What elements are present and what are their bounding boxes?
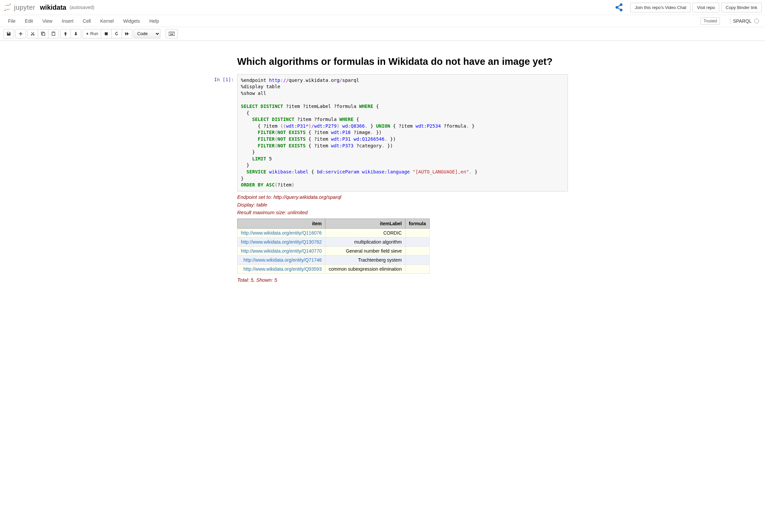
restart-run-all-button[interactable] — [122, 29, 132, 38]
run-icon — [86, 31, 89, 36]
move-down-button[interactable] — [70, 29, 81, 38]
item-link[interactable]: http://www.wikidata.org/entity/Q140770 — [241, 248, 322, 254]
table-header: item — [238, 219, 325, 228]
svg-line-6 — [617, 7, 621, 10]
svg-line-5 — [617, 5, 621, 7]
item-label-cell: Trachtenberg system — [325, 255, 406, 264]
table-row: http://www.wikidata.org/entity/Q93593com… — [238, 264, 430, 273]
jupyter-logo-text: jupyter — [14, 4, 35, 11]
menu-insert[interactable]: Insert — [57, 16, 78, 26]
keyboard-icon — [169, 31, 175, 36]
formula-cell — [405, 228, 429, 237]
table-header: formula — [405, 219, 429, 228]
menu-widgets[interactable]: Widgets — [118, 16, 145, 26]
result-table: itemitemLabelformula http://www.wikidata… — [237, 219, 430, 274]
output-status-line: Endpoint set to: http://query.wikidata.o… — [237, 194, 568, 200]
copy-icon — [41, 31, 45, 36]
notebook-name[interactable]: wikidata — [40, 4, 66, 11]
output-status-line: Result maximum size: unlimited — [237, 210, 568, 215]
jupyter-icon — [3, 3, 12, 12]
formula-cell — [405, 264, 429, 273]
item-label-cell: General number field sieve — [325, 246, 406, 255]
kernel-status-icon — [754, 19, 759, 23]
move-up-button[interactable] — [60, 29, 71, 38]
menu-kernel[interactable]: Kernel — [96, 16, 118, 26]
markdown-cell[interactable]: Which algorithms or formulas in Wikidata… — [197, 52, 568, 72]
visit-repo-button[interactable]: Visit repo — [693, 3, 719, 12]
stop-icon — [104, 31, 109, 36]
formula-cell — [405, 237, 429, 246]
menu-view[interactable]: View — [38, 16, 57, 26]
markdown-heading: Which algorithms or formulas in Wikidata… — [237, 55, 565, 68]
item-link[interactable]: http://www.wikidata.org/entity/Q93593 — [244, 266, 322, 272]
paste-icon — [51, 31, 56, 36]
table-row: http://www.wikidata.org/entity/Q130762mu… — [238, 237, 430, 246]
toolbar: Run Code — [0, 27, 765, 40]
interrupt-button[interactable] — [101, 29, 112, 38]
notebook-container: Which algorithms or formulas in Wikidata… — [192, 47, 573, 290]
kernel-name[interactable]: SPARQL — [733, 18, 752, 24]
output-status-line: Display: table — [237, 202, 568, 208]
item-link[interactable]: http://www.wikidata.org/entity/Q71746 — [244, 257, 322, 263]
svg-rect-13 — [170, 33, 170, 33]
arrow-up-icon — [63, 31, 68, 36]
autosave-status: (autosaved) — [69, 5, 94, 10]
cell-type-select[interactable]: Code — [134, 29, 160, 38]
formula-cell — [405, 255, 429, 264]
table-header: itemLabel — [325, 219, 406, 228]
menu-cell[interactable]: Cell — [78, 16, 96, 26]
scissors-icon — [30, 31, 35, 36]
input-prompt: In [1]: — [197, 74, 237, 191]
result-summary: Total: 5, Shown: 5 — [237, 277, 568, 283]
binder-icon[interactable] — [614, 2, 624, 13]
add-cell-button[interactable] — [15, 29, 26, 38]
svg-rect-17 — [170, 34, 173, 34]
run-button[interactable]: Run — [83, 29, 101, 38]
restart-icon — [114, 31, 119, 36]
video-chat-button[interactable]: Join this repo's Video Chat — [630, 3, 691, 12]
svg-rect-11 — [105, 32, 108, 35]
code-cell[interactable]: In [1]: %endpoint http://query.wikidata.… — [197, 74, 568, 191]
item-label-cell: CORDIC — [325, 228, 406, 237]
plus-icon — [18, 31, 23, 36]
svg-rect-14 — [171, 33, 171, 33]
svg-point-1 — [4, 10, 6, 11]
header: jupyter wikidata (autosaved) Join this r… — [0, 0, 765, 15]
arrow-down-icon — [73, 31, 78, 36]
trusted-indicator[interactable]: Trusted — [701, 17, 720, 25]
menu-help[interactable]: Help — [145, 16, 164, 26]
save-button[interactable] — [3, 29, 14, 38]
svg-rect-10 — [53, 31, 54, 32]
svg-rect-15 — [172, 33, 173, 33]
item-label-cell: common subexpression elimination — [325, 264, 406, 273]
item-link[interactable]: http://www.wikidata.org/entity/Q130762 — [241, 239, 322, 245]
cut-button[interactable] — [27, 29, 38, 38]
item-link[interactable]: http://www.wikidata.org/entity/Q116076 — [241, 230, 322, 236]
svg-point-0 — [10, 4, 11, 5]
code-input-area[interactable]: %endpoint http://query.wikidata.org/spar… — [237, 74, 568, 191]
output-area: Endpoint set to: http://query.wikidata.o… — [237, 194, 568, 283]
menubar: File Edit View Insert Cell Kernel Widget… — [0, 15, 765, 27]
menu-file[interactable]: File — [3, 16, 20, 26]
copy-binder-button[interactable]: Copy Binder link — [721, 3, 762, 12]
restart-button[interactable] — [111, 29, 122, 38]
save-icon — [6, 31, 11, 36]
kernel-divider — [730, 18, 730, 24]
table-row: http://www.wikidata.org/entity/Q71746Tra… — [238, 255, 430, 264]
command-palette-button[interactable] — [166, 29, 178, 38]
menu-edit[interactable]: Edit — [20, 16, 38, 26]
table-row: http://www.wikidata.org/entity/Q116076CO… — [238, 228, 430, 237]
paste-button[interactable] — [48, 29, 59, 38]
item-label-cell: multiplication algorithm — [325, 237, 406, 246]
run-label: Run — [90, 31, 98, 36]
formula-cell — [405, 246, 429, 255]
svg-rect-8 — [42, 33, 45, 35]
copy-button[interactable] — [38, 29, 48, 38]
jupyter-logo[interactable]: jupyter — [3, 3, 35, 12]
svg-rect-16 — [173, 33, 174, 33]
svg-rect-12 — [169, 32, 175, 35]
table-row: http://www.wikidata.org/entity/Q140770Ge… — [238, 246, 430, 255]
fast-forward-icon — [125, 31, 129, 36]
